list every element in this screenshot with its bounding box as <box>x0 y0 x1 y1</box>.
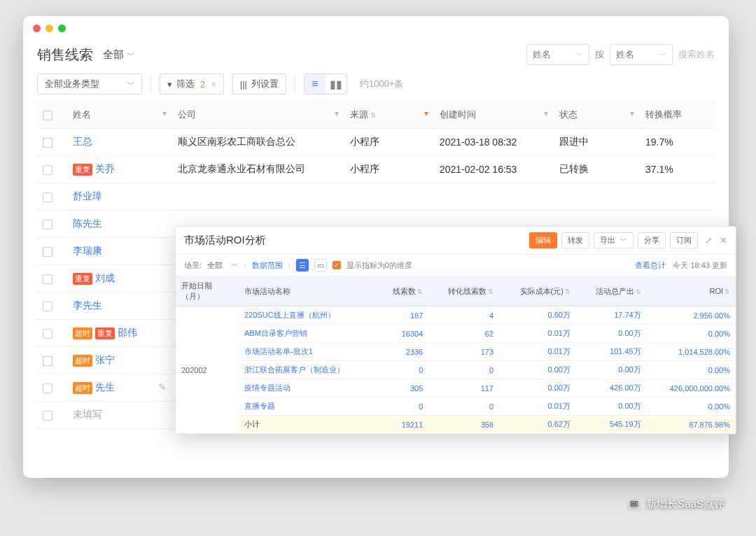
view-toggle: ≡ ▮▮ <box>304 73 347 94</box>
table-view-icon[interactable]: ☰ <box>296 259 309 271</box>
data-scope-link[interactable]: 数据范围 <box>252 260 283 271</box>
column-settings-button[interactable]: |||列设置 <box>232 73 286 94</box>
duplicate-tag: 重复 <box>73 273 92 285</box>
duplicate-tag: 重复 <box>95 327 115 339</box>
row-checkbox[interactable] <box>43 247 52 257</box>
close-icon[interactable] <box>33 24 41 32</box>
filter-icon: ▾ <box>544 108 548 118</box>
row-checkbox[interactable] <box>43 274 52 284</box>
roi-row[interactable]: 直播专题 000.01万0.00万0.00% <box>176 397 736 416</box>
filter-button[interactable]: ▾筛选2× <box>160 73 224 94</box>
row-checkbox[interactable] <box>43 220 52 230</box>
roi-export-button[interactable]: 导出﹀ <box>594 232 634 248</box>
search-field-select-2[interactable]: 姓名﹀ <box>610 44 673 65</box>
table-row[interactable]: 舒业璋 <box>37 183 715 211</box>
list-view-button[interactable]: ≡ <box>304 74 326 94</box>
roi-col-month: 开始日期（月） <box>176 276 239 306</box>
roi-forward-button[interactable]: 转发 <box>561 232 589 248</box>
filter-icon: ▾ <box>335 108 339 118</box>
window-controls <box>23 16 729 41</box>
row-checkbox[interactable] <box>43 383 52 393</box>
card-view-button[interactable]: ▮▮ <box>326 74 346 94</box>
activity-name-link[interactable]: 疫情专题活动 <box>239 379 377 397</box>
search-input[interactable]: 搜索姓名 <box>678 44 715 65</box>
minimize-icon[interactable] <box>46 24 53 32</box>
chevron-down-icon: ﹀ <box>127 79 134 90</box>
filter-icon: ▾ <box>424 108 428 118</box>
roi-title: 市场活动ROI分析 <box>184 234 266 247</box>
result-count: 约1000+条 <box>360 78 404 90</box>
lead-name-link[interactable]: 张宁 <box>95 354 115 365</box>
roi-row[interactable]: 浙江联合拓展客户（制造业） 000.00万0.00万0.00% <box>176 361 736 379</box>
filter-icon: ▾ <box>167 79 172 90</box>
roi-table: 开始日期（月） 市场活动名称 线索数⇅ 转化线索数⇅ 实际成本(元)⇅ 活动总产… <box>176 276 736 434</box>
lead-name-link[interactable]: 陈先生 <box>73 218 102 229</box>
roi-close-icon[interactable]: ✕ <box>720 235 727 246</box>
roi-col-conv: 转化线索数⇅ <box>428 276 499 306</box>
activity-name-link[interactable]: 市场活动名单-批次1 <box>239 343 377 361</box>
show-zero-checkbox[interactable]: ✓ <box>332 261 341 269</box>
duplicate-tag: 重复 <box>73 164 92 176</box>
roi-share-button[interactable]: 分享 <box>638 232 666 248</box>
table-row[interactable]: 重复关乔 北京龙泰通永业石材有限公司 小程序 2021-02-02 16:53 … <box>37 156 715 183</box>
roi-expand-icon[interactable]: ⤢ <box>705 235 713 246</box>
roi-row[interactable]: ABM目录客户营销 16304620.01万0.00万0.00% <box>176 325 736 343</box>
col-rate[interactable]: 转换概率 <box>640 101 715 129</box>
roi-col-leads: 线索数⇅ <box>377 276 428 306</box>
row-checkbox[interactable] <box>43 329 52 339</box>
row-checkbox[interactable] <box>43 192 52 202</box>
activity-name-link[interactable]: 浙江联合拓展客户（制造业） <box>239 361 377 379</box>
search-field-select-1[interactable]: 姓名﹀ <box>526 44 589 65</box>
overdue-tag: 超时 <box>73 355 92 367</box>
chevron-down-icon: ﹀ <box>659 50 666 60</box>
wechat-icon: ✉ <box>626 496 642 512</box>
col-company[interactable]: 公司▾ <box>172 101 344 129</box>
row-checkbox[interactable] <box>43 165 52 175</box>
close-icon[interactable]: × <box>211 79 216 90</box>
roi-subtotal-row: 小计192113580.62万545.19万87,876.98% <box>176 416 736 434</box>
chevron-down-icon: ﹀ <box>127 50 134 60</box>
lead-name-link[interactable]: 李瑞康 <box>73 245 102 256</box>
edit-icon[interactable]: ✎ <box>158 381 167 393</box>
roi-col-output: 活动总产出⇅ <box>576 276 647 306</box>
activity-name-link[interactable]: ABM目录客户营销 <box>239 325 377 343</box>
col-status[interactable]: 状态▾ <box>554 101 640 129</box>
lead-name-link[interactable]: 王总 <box>73 136 92 147</box>
table-row[interactable]: 王总 顺义区南彩农工商联合总公 小程序 2021-03-18 08:32 跟进中… <box>37 129 715 156</box>
lead-name-link[interactable]: 刘成 <box>95 272 115 283</box>
activity-name-link[interactable]: 220SUC线上直播（杭州） <box>239 306 377 325</box>
roi-subscribe-button[interactable]: 订阅 <box>670 232 698 248</box>
lead-name-link[interactable]: 先生 <box>95 381 115 393</box>
col-name[interactable]: 姓名▾ <box>67 101 172 129</box>
overdue-tag: 超时 <box>73 327 92 339</box>
roi-row[interactable]: 疫情专题活动 3051170.00万426.00万426,000,000.00% <box>176 379 736 397</box>
lead-name-link[interactable]: 李先生 <box>73 299 102 311</box>
lead-name-link[interactable]: 未填写 <box>73 409 102 420</box>
roi-edit-button[interactable]: 编辑 <box>529 232 557 248</box>
page-title: 销售线索 <box>37 45 93 64</box>
biz-type-select[interactable]: 全部业务类型﹀ <box>37 73 142 94</box>
lead-name-link[interactable]: 舒业璋 <box>73 190 102 202</box>
col-created[interactable]: 创建时间▾ <box>434 101 554 129</box>
scope-dropdown[interactable]: 全部﹀ <box>103 48 134 62</box>
row-checkbox[interactable] <box>43 411 52 421</box>
chevron-down-icon: ﹀ <box>575 50 583 60</box>
row-checkbox[interactable] <box>43 356 52 366</box>
watermark: ✉ 新增长SaaS点评 <box>626 496 724 512</box>
row-checkbox[interactable] <box>43 138 52 148</box>
chart-view-icon[interactable]: ▭ <box>314 259 327 271</box>
roi-row[interactable]: 市场活动名单-批次1 23361730.01万101.45万1,014,528.… <box>176 343 736 361</box>
lead-name-link[interactable]: 关乔 <box>95 163 115 174</box>
maximize-icon[interactable] <box>58 24 66 32</box>
roi-col-roi: ROI⇅ <box>647 276 736 306</box>
columns-icon: ||| <box>240 79 247 90</box>
select-all-checkbox[interactable] <box>43 111 52 120</box>
roi-col-cost: 实际成本(元)⇅ <box>499 276 576 306</box>
view-total-link[interactable]: 查看总计 <box>635 260 666 271</box>
filter-icon: ▾ <box>630 108 634 118</box>
row-checkbox[interactable] <box>43 302 52 311</box>
col-source[interactable]: 来源 ⇅▾ <box>344 101 434 129</box>
activity-name-link[interactable]: 直播专题 <box>239 397 377 416</box>
lead-name-link[interactable]: 邵伟 <box>118 327 137 338</box>
roi-row[interactable]: 202002 220SUC线上直播（杭州） 18740.60万17.74万2,9… <box>176 306 736 325</box>
